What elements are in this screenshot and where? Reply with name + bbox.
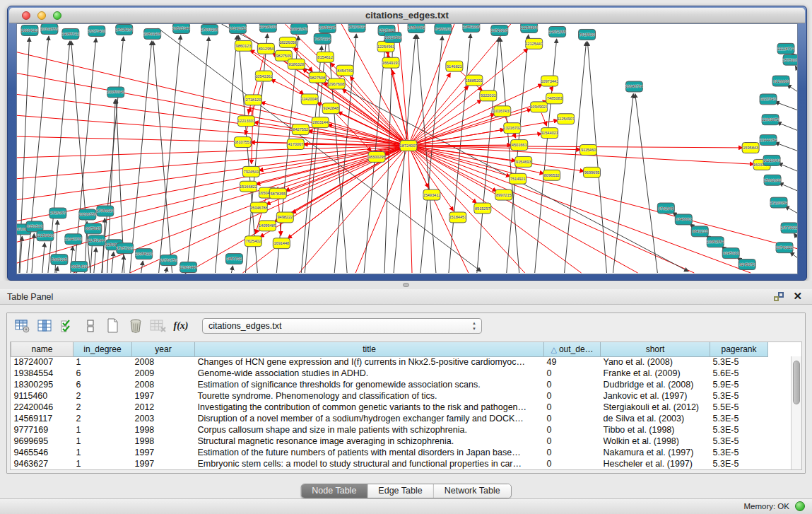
select-columns-icon[interactable] [58,317,78,335]
network-node[interactable]: 10543362 [255,71,273,81]
network-node[interactable]: 12125447 [525,38,543,49]
network-window[interactable]: citations_edges.txt 18724007986012389129… [7,6,807,281]
network-node[interactable]: 14055712 [61,28,79,39]
network-node[interactable]: 16773022 [781,223,798,233]
column-header-short[interactable]: short [601,342,710,356]
network-node[interactable]: 15166822 [240,181,257,192]
network-node[interactable]: 7625402 [245,236,261,247]
table-row[interactable]: 946362711997Embryonic stem cells: a mode… [11,458,768,469]
network-node[interactable]: 19041950 [290,24,308,34]
network-node[interactable]: 11254907 [557,114,574,124]
network-node[interactable]: 18241052 [229,24,247,33]
network-node[interactable]: 14671355 [548,26,566,37]
table-row[interactable]: 1872400712008Changes of HCN gene express… [11,356,768,368]
network-node[interactable]: 12444154 [760,135,777,146]
delete-table-icon[interactable] [148,317,168,335]
float-panel-icon[interactable] [774,292,784,301]
column-header-in-degree[interactable]: in_degree [73,342,132,356]
scrollbar-thumb[interactable] [793,361,800,404]
network-node[interactable]: 16782759 [160,255,177,266]
network-node[interactable]: 7485083 [546,93,563,104]
table-row[interactable]: 2242004622012Investigating the contribut… [11,402,768,413]
function-builder-icon[interactable]: f(x) [171,317,191,335]
network-node[interactable]: 10167437 [493,106,511,117]
network-node[interactable]: 9051423 [71,262,88,272]
network-node[interactable]: 17663205 [201,24,218,35]
network-node[interactable]: 6466162 [435,24,452,34]
network-node[interactable]: 17957223 [116,243,134,254]
network-node[interactable]: 16648784 [625,81,643,92]
network-node[interactable]: 8912954 [257,43,274,54]
column-header-out-de-[interactable]: △out_de… [544,342,601,356]
table-row[interactable]: 1456911722003Disruption of a novel membe… [11,413,768,424]
network-node[interactable]: 20206556 [78,209,96,220]
network-node[interactable]: 17103054 [770,197,788,208]
table-row[interactable]: 1938455462009Genome-wide association stu… [11,368,768,379]
network-node[interactable]: 2967608 [328,78,345,89]
network-node[interactable]: 8154612 [317,52,334,62]
network-node[interactable]: 9146821 [446,61,463,71]
network-node[interactable]: 15493412 [423,189,441,200]
table-row[interactable]: 946554611997Estimation of the future num… [11,447,768,458]
table-row[interactable]: 911546021997Tourette syndrome. Phenomeno… [11,390,768,402]
network-node[interactable]: 10495930 [259,24,277,32]
table-scrollbar[interactable] [791,356,801,469]
network-node[interactable]: 10740322 [776,243,794,253]
close-panel-icon[interactable]: ✕ [793,290,802,303]
network-window-titlebar[interactable]: citations_edges.txt [9,8,805,23]
network-node[interactable]: 9348882 [675,214,692,225]
network-node[interactable]: 9227343 [760,94,777,105]
network-node[interactable]: 15992931 [764,175,782,185]
column-header-title[interactable]: title [195,342,544,356]
network-node[interactable]: 16210643 [763,155,781,165]
network-node[interactable]: 12923448 [180,262,197,273]
network-node[interactable]: 12213333 [237,116,255,127]
network-node[interactable]: 14099489 [259,221,276,231]
network-node[interactable]: 10949023 [530,102,548,112]
network-node[interactable]: 2803144 [312,117,329,128]
network-node[interactable]: 7957224 [314,33,331,44]
network-node[interactable]: 18226058 [279,37,297,47]
network-node[interactable]: 9841233 [691,226,708,237]
network-node[interactable]: 20053346 [107,87,124,98]
network-node[interactable]: 22420046 [301,94,319,105]
network-node[interactable]: 9699695 [584,167,601,177]
network-node[interactable]: 19218586 [384,32,402,42]
tab-edge-table[interactable]: Edge Table [367,484,433,498]
network-node[interactable]: 16273410 [88,25,105,36]
tab-node-table[interactable]: Node Table [301,484,367,498]
network-node[interactable]: 18300295 [368,151,386,162]
network-node[interactable]: 12093872 [762,115,779,125]
network-node[interactable]: 7924541 [242,166,259,177]
network-node[interactable]: 9129966 [772,76,789,86]
split-divider[interactable] [0,281,812,289]
network-node[interactable]: 9498222 [276,212,293,223]
network-node[interactable]: 9827508 [309,72,326,83]
network-node[interactable]: 9245072 [739,259,755,270]
network-node[interactable]: 2526957 [49,208,66,218]
network-node[interactable]: 4501661 [511,140,528,151]
network-node[interactable]: 18107551 [234,137,252,148]
column-header-year[interactable]: year [132,342,195,356]
network-node[interactable]: 6791945 [657,203,674,214]
table-row[interactable]: 1830029562008Estimation of significance … [11,379,768,390]
network-node[interactable]: 18915294 [115,24,133,35]
network-node[interactable]: 20891406 [143,28,161,39]
network-node[interactable]: 15885201 [465,75,483,86]
network-node[interactable]: 9975857 [85,223,102,234]
network-node[interactable]: 9857791 [225,254,242,264]
network-node[interactable]: 1691448 [273,238,290,249]
divider-handle-icon[interactable] [403,283,409,287]
network-node[interactable]: 8096532 [543,170,560,180]
network-node[interactable]: 8997215 [495,189,512,200]
network-node[interactable]: 9242848 [322,103,339,114]
network-node[interactable]: 11253364 [520,24,537,33]
network-node[interactable]: 20391556 [41,24,59,34]
network-node[interactable]: 10952554 [707,237,724,247]
network-node[interactable]: 4170067 [287,139,304,150]
network-node[interactable]: 9245012 [722,248,739,259]
add-column-icon[interactable] [35,317,55,335]
network-node[interactable]: 7615520 [579,29,596,40]
network-node[interactable]: 9115460 [580,145,597,156]
network-node[interactable]: 17359924 [96,206,114,216]
